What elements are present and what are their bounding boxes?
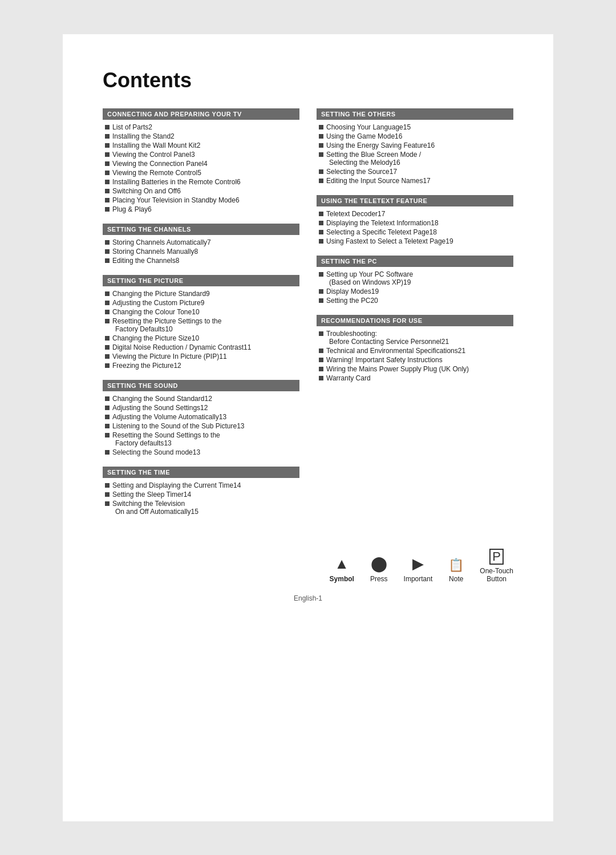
list-item: Editing the Input Source Names17	[319, 177, 513, 185]
onetouch-label: One-TouchButton	[480, 567, 513, 583]
onetouch-icon: P	[489, 549, 504, 565]
list-item: Setting the Sleep Timer14	[105, 491, 299, 499]
list-item: Placing Your Television in Standby Mode6	[105, 196, 299, 204]
list-item: Viewing the Connection Panel4	[105, 160, 299, 168]
list-item: Editing the Channels8	[105, 257, 299, 265]
list-item: Using Fastext to Select a Teletext Page1…	[319, 237, 513, 245]
important-label: Important	[404, 575, 433, 583]
legend-important: ▶ Important	[404, 555, 433, 583]
legend-symbol: ▲ Symbol	[330, 555, 354, 583]
section: SETTING THE OTHERSChoosing Your Language…	[317, 108, 513, 185]
section-header: CONNECTING AND PREPARING YOUR TV	[103, 108, 299, 120]
section: SETTING THE TIMESetting and Displaying t…	[103, 467, 299, 516]
list-item: Technical and Environmental Specificatio…	[319, 347, 513, 355]
list-item: Viewing the Control Panel3	[105, 151, 299, 159]
important-icon: ▶	[412, 555, 424, 573]
list-item: Listening to the Sound of the Sub Pictur…	[105, 422, 299, 430]
legend-onetouch: P One-TouchButton	[480, 549, 513, 583]
list-item: Changing the Colour Tone10	[105, 308, 299, 316]
section: SETTING THE SOUNDChanging the Sound Stan…	[103, 380, 299, 456]
press-label: Press	[370, 575, 388, 583]
list-item: Selecting a Specific Teletext Page18	[319, 228, 513, 236]
list-item: Warranty Card	[319, 374, 513, 382]
section: USING THE TELETEXT FEATURETeletext Decod…	[317, 195, 513, 245]
section-header: SETTING THE CHANNELS	[103, 224, 299, 235]
list-item: Freezing the Picture12	[105, 362, 299, 370]
list-item: Installing the Stand2	[105, 132, 299, 140]
list-item: Setting the PC20	[319, 297, 513, 305]
section: RECOMMENDATIONS FOR USETroubleshooting:B…	[317, 315, 513, 382]
section-header: SETTING THE TIME	[103, 467, 299, 478]
list-item: Displaying the Teletext Information18	[319, 219, 513, 227]
legend-press: ⬤ Press	[370, 555, 388, 583]
list-item: Selecting the Source17	[319, 168, 513, 176]
section-items: Setting and Displaying the Current Time1…	[103, 481, 299, 516]
footer: English-1	[103, 594, 513, 602]
list-item: Installing the Wall Mount Kit2	[105, 141, 299, 149]
symbol-icon: ▲	[334, 555, 349, 573]
symbol-label: Symbol	[330, 575, 354, 583]
section-header: RECOMMENDATIONS FOR USE	[317, 315, 513, 326]
list-item-indent: Selecting the Melody16	[319, 159, 513, 167]
list-item-indent: Before Contacting Service Personnel21	[319, 338, 513, 346]
section-items: Choosing Your Language15Using the Game M…	[317, 123, 513, 185]
list-item: Changing the Sound Standard12	[105, 395, 299, 403]
section-header: SETTING THE PC	[317, 256, 513, 267]
press-icon: ⬤	[371, 555, 387, 573]
page: Contents CONNECTING AND PREPARING YOUR T…	[63, 34, 553, 821]
legend-area: ▲ Symbol ⬤ Press ▶ Important 📋 Note P On…	[103, 549, 513, 583]
list-item: Storing Channels Automatically7	[105, 238, 299, 246]
list-item: Wiring the Mains Power Supply Plug (UK O…	[319, 365, 513, 373]
section: CONNECTING AND PREPARING YOUR TVList of …	[103, 108, 299, 213]
left-column: CONNECTING AND PREPARING YOUR TVList of …	[103, 108, 299, 526]
list-item: Switching On and Off6	[105, 187, 299, 195]
list-item: Switching the Television	[105, 500, 299, 508]
section: SETTING THE CHANNELSStoring Channels Aut…	[103, 224, 299, 265]
legend-row: ▲ Symbol ⬤ Press ▶ Important 📋 Note P On…	[330, 549, 513, 583]
note-label: Note	[449, 575, 463, 583]
list-item: Troubleshooting:	[319, 330, 513, 338]
section-items: Setting up Your PC Software(Based on Win…	[317, 270, 513, 305]
page-title: Contents	[103, 68, 513, 92]
section-header: SETTING THE OTHERS	[317, 108, 513, 120]
list-item: Using the Game Mode16	[319, 132, 513, 140]
list-item-indent: On and Off Automatically15	[105, 508, 299, 516]
section-header: SETTING THE SOUND	[103, 380, 299, 391]
list-item: Resetting the Sound Settings to the	[105, 431, 299, 439]
list-item: Setting and Displaying the Current Time1…	[105, 481, 299, 489]
list-item: Viewing the Picture In Picture (PIP)11	[105, 352, 299, 360]
section-items: Troubleshooting:Before Contacting Servic…	[317, 330, 513, 382]
list-item-indent: (Based on Windows XP)19	[319, 278, 513, 286]
section: SETTING THE PICTUREChanging the Picture …	[103, 275, 299, 370]
list-item: Choosing Your Language15	[319, 123, 513, 131]
list-item: Warning! Important Safety Instructions	[319, 356, 513, 364]
list-item: Adjusting the Volume Automatically13	[105, 413, 299, 421]
list-item: Installing Batteries in the Remote Contr…	[105, 178, 299, 186]
list-item-indent: Factory Defaults10	[105, 325, 299, 333]
list-item: Viewing the Remote Control5	[105, 169, 299, 177]
list-item: Changing the Picture Standard9	[105, 290, 299, 298]
section-items: Teletext Decoder17Displaying the Teletex…	[317, 210, 513, 245]
list-item: Display Modes19	[319, 287, 513, 295]
list-item: Adjusting the Sound Settings12	[105, 404, 299, 412]
section-items: List of Parts2Installing the Stand2Insta…	[103, 123, 299, 213]
note-icon: 📋	[448, 558, 464, 573]
section-items: Storing Channels Automatically7Storing C…	[103, 238, 299, 265]
right-column: SETTING THE OTHERSChoosing Your Language…	[317, 108, 513, 526]
list-item: Selecting the Sound mode13	[105, 448, 299, 456]
list-item: Adjusting the Custom Picture9	[105, 299, 299, 307]
list-item: Plug & Play6	[105, 205, 299, 213]
content-columns: CONNECTING AND PREPARING YOUR TVList of …	[103, 108, 513, 526]
section: SETTING THE PCSetting up Your PC Softwar…	[317, 256, 513, 305]
list-item: Digital Noise Reduction / Dynamic Contra…	[105, 343, 299, 351]
section-header: SETTING THE PICTURE	[103, 275, 299, 286]
section-header: USING THE TELETEXT FEATURE	[317, 195, 513, 206]
list-item: List of Parts2	[105, 123, 299, 131]
legend-note: 📋 Note	[448, 558, 464, 583]
section-items: Changing the Picture Standard9Adjusting …	[103, 290, 299, 370]
list-item: Changing the Picture Size10	[105, 334, 299, 342]
list-item: Using the Energy Saving Feature16	[319, 141, 513, 149]
section-items: Changing the Sound Standard12Adjusting t…	[103, 395, 299, 456]
list-item: Setting the Blue Screen Mode /	[319, 151, 513, 159]
list-item-indent: Factory defaults13	[105, 439, 299, 447]
